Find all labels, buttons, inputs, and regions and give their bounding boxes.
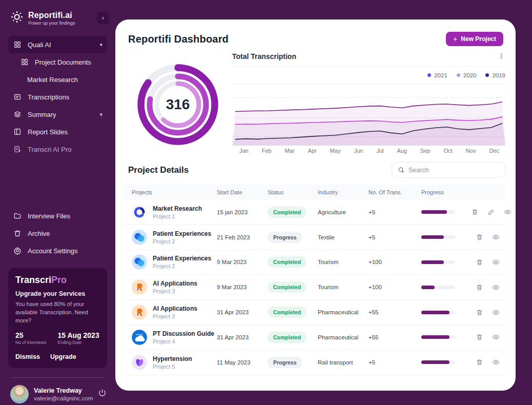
project-logo <box>132 230 147 245</box>
legend-item-2019[interactable]: 2019 <box>485 72 505 78</box>
sidebar-item-project-documents[interactable]: Project Documents <box>8 53 107 71</box>
logout-power-icon[interactable] <box>98 389 107 399</box>
app-tagline: Power up your findings <box>28 21 75 26</box>
sidebar-item-interview-files[interactable]: Interview Files <box>8 207 107 225</box>
user-profile[interactable]: Valerie Tredway valerie@caligninc.com <box>0 378 115 403</box>
x-axis-label: Dec <box>489 148 499 154</box>
column-header: Progress <box>413 189 470 195</box>
chevron-down-icon: ▾ <box>99 111 103 118</box>
industry: Pharmaceutical <box>310 309 360 315</box>
project-subtitle: Project 5 <box>153 363 192 370</box>
grid-icon <box>20 58 29 67</box>
kebab-menu-icon[interactable]: ••• <box>497 53 505 59</box>
promo-interviews-value: 25 <box>15 331 58 339</box>
status-badge: Completed <box>268 256 306 268</box>
plus-icon: + <box>453 35 457 43</box>
column-header: Start Date <box>209 189 259 195</box>
delete-icon[interactable] <box>470 208 479 216</box>
delete-icon[interactable] <box>475 308 484 317</box>
table-row: AI ApplicationsProject 331 Apr 2023Compl… <box>124 300 505 325</box>
sidebar-item-label: Summary <box>28 111 56 118</box>
view-icon[interactable] <box>492 258 500 267</box>
view-icon[interactable] <box>492 358 500 367</box>
progress-bar <box>421 311 455 314</box>
sidebar-collapse-button[interactable]: ‹ <box>97 12 109 24</box>
search-box[interactable] <box>392 162 505 178</box>
sidebar-item-transcri-ai-pro[interactable]: Transcri AI Pro <box>8 140 107 158</box>
table-row: Market ResearchProject 115 jan 2023Compl… <box>124 200 505 225</box>
promo-ending-value: 15 Aug 2023 <box>58 331 100 339</box>
industry: Tourism <box>310 284 360 290</box>
start-date: 11 May 2023 <box>209 359 259 366</box>
transcription-count: +5 <box>360 234 413 240</box>
promo-title: TranscriPro <box>15 275 100 286</box>
start-date: 21 Feb 2023 <box>209 234 259 240</box>
project-subtitle: Project 2 <box>153 263 211 269</box>
legend-item-2020[interactable]: 2020 <box>457 72 477 78</box>
delete-icon[interactable] <box>475 233 484 241</box>
page-title: Reportifi Dashboard <box>128 33 229 45</box>
logo: Reportifi.ai Power up your findings ‹ <box>0 10 115 26</box>
line-chart <box>232 88 505 146</box>
x-axis-label: Nov <box>466 148 476 154</box>
sidebar-item-report-slides[interactable]: Report Slides <box>8 123 107 140</box>
transcription-count: +5 <box>360 359 413 366</box>
progress-bar <box>421 210 455 214</box>
industry: Textile <box>310 234 360 240</box>
project-logo <box>132 205 147 220</box>
progress-bar <box>421 335 455 339</box>
project-logo <box>132 355 147 370</box>
sidebar-item-quali-ai[interactable]: Quali AI▾ <box>8 36 107 53</box>
x-axis-label: Mar <box>285 148 295 154</box>
gear-icon <box>13 247 22 255</box>
delete-icon[interactable] <box>475 258 484 267</box>
delete-icon[interactable] <box>475 333 484 341</box>
sidebar-item-summary[interactable]: Summary▾ <box>8 106 107 123</box>
view-icon[interactable] <box>492 233 500 241</box>
project-subtitle: Project 4 <box>153 338 214 345</box>
sidebar-item-archive[interactable]: Archive <box>8 225 107 242</box>
delete-icon[interactable] <box>475 283 484 292</box>
sidebar-item-label: Quali AI <box>28 41 51 49</box>
project-details-heading: Project Details <box>128 165 189 175</box>
transcription-count: +55 <box>360 309 413 315</box>
sidebar-item-transcriptions[interactable]: Transcriptions <box>8 88 107 106</box>
sidebar-item-market-research[interactable]: Market Research <box>8 71 107 88</box>
new-project-button[interactable]: + New Project <box>446 32 503 46</box>
avatar <box>10 385 29 403</box>
project-subtitle: Project 1 <box>153 213 202 219</box>
search-input[interactable] <box>408 167 499 174</box>
legend-item-2021[interactable]: 2021 <box>427 72 447 78</box>
view-icon[interactable] <box>492 333 500 341</box>
layers-icon <box>13 110 22 119</box>
donut-total-value: 316 <box>134 61 221 148</box>
sidebar: Reportifi.ai Power up your findings ‹ Qu… <box>0 0 115 405</box>
folder-icon <box>13 212 22 220</box>
progress-bar <box>421 286 455 289</box>
user-email: valerie@caligninc.com <box>34 395 93 401</box>
sidebar-item-label: Market Research <box>27 76 78 84</box>
project-subtitle: Project 3 <box>153 288 197 294</box>
sidebar-item-account-settings[interactable]: Account Settings <box>8 242 107 259</box>
sidebar-nav: Quali AI▾Project DocumentsMarket Researc… <box>0 36 115 158</box>
status-badge: Completed <box>268 281 306 293</box>
dismiss-button[interactable]: Dismiss <box>15 353 40 360</box>
doc-icon <box>13 93 22 102</box>
project-name: AI Applications <box>153 280 197 287</box>
view-icon[interactable] <box>503 208 512 216</box>
app-name: Reportifi.ai <box>28 11 75 20</box>
delete-icon[interactable] <box>475 358 484 367</box>
view-icon[interactable] <box>492 308 500 317</box>
x-axis-label: May <box>330 148 341 154</box>
table-row: HypertensionProject 511 May 2023Progress… <box>124 350 505 375</box>
legend-dot-icon <box>427 73 431 77</box>
edit-icon[interactable] <box>487 208 496 216</box>
sidebar-item-label: Account Settings <box>28 247 78 255</box>
doc-plus-icon <box>13 145 22 154</box>
table-row: Patient ExperiencesProject 29 Mar 2023Co… <box>124 250 505 275</box>
start-date: 31 Apr 2023 <box>209 309 259 315</box>
project-logo <box>132 254 147 270</box>
view-icon[interactable] <box>492 283 500 292</box>
status-badge: Progress <box>268 357 302 368</box>
upgrade-button[interactable]: Upgrade <box>50 353 76 360</box>
